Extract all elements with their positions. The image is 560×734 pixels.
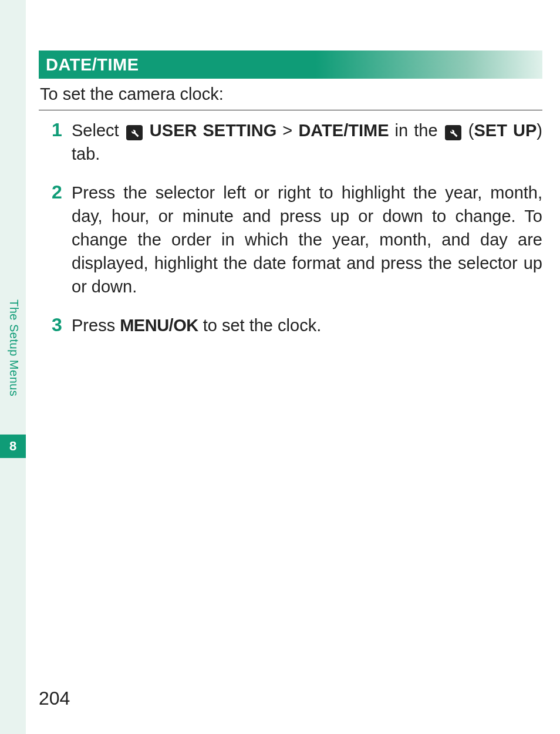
step-number: 2 (52, 181, 72, 298)
step-number: 1 (52, 119, 72, 166)
wrench-icon (126, 125, 143, 140)
text: in the (389, 121, 444, 140)
step-1: 1 Select USER SETTING > DATE/TIME in the… (39, 119, 542, 166)
step-number: 3 (52, 314, 72, 337)
bold-text: MENU/OK (120, 316, 198, 335)
page-number: 204 (39, 688, 70, 709)
section-header: DATE/TIME (39, 50, 542, 79)
section-intro: To set the camera clock: (39, 85, 542, 104)
step-3: 3 Press MENU/OK to set the clock. (39, 314, 542, 337)
text: ( (468, 121, 474, 140)
chapter-number-tab: 8 (0, 435, 26, 458)
step-body: Press the selector left or right to high… (72, 181, 542, 298)
text: Select (72, 121, 125, 140)
text: Press (72, 316, 120, 335)
text: > (276, 121, 298, 140)
bold-text: DATE/TIME (298, 121, 389, 140)
wrench-icon (445, 125, 461, 140)
step-body: Select USER SETTING > DATE/TIME in the (… (72, 119, 542, 166)
bold-text: USER SETTING (150, 121, 276, 140)
chapter-label: The Setup Menus (7, 299, 21, 396)
step-body: Press MENU/OK to set the clock. (72, 314, 542, 337)
page-content: DATE/TIME To set the camera clock: 1 Sel… (39, 50, 542, 352)
text: to set the clock. (198, 316, 322, 335)
bold-text: SET UP (474, 121, 537, 140)
step-2: 2 Press the selector left or right to hi… (39, 181, 542, 298)
divider (39, 110, 542, 110)
